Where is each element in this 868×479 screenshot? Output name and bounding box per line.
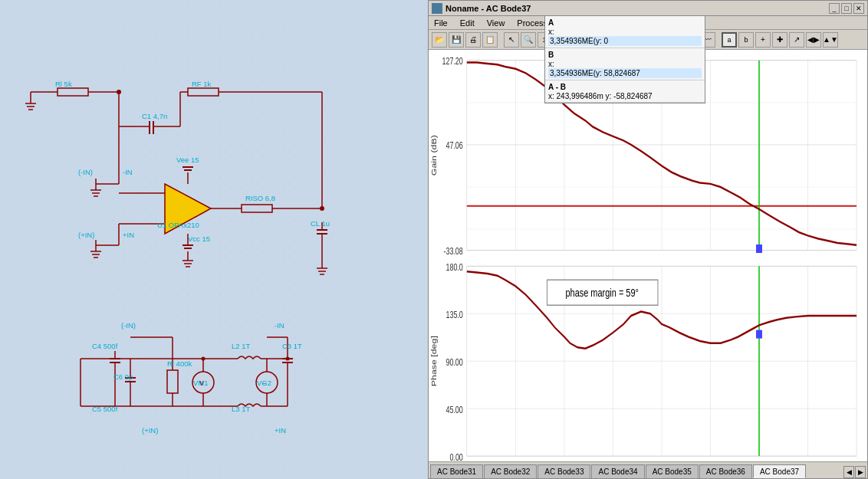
window-title: Noname - AC Bode37 — [446, 4, 531, 13]
cursor-b-x-input[interactable] — [548, 68, 702, 78]
svg-text:phase margin = 59°: phase margin = 59° — [565, 286, 638, 299]
tab-ac-bode36[interactable]: AC Bode36 — [699, 464, 752, 478]
svg-text:C3 1T: C3 1T — [282, 342, 302, 350]
svg-text:-IN: -IN — [275, 321, 284, 330]
cursor-b-label: B — [548, 51, 554, 59]
cursor-a-label: A — [548, 18, 554, 27]
tb-hleft[interactable]: ◀▶ — [806, 32, 821, 48]
svg-text:VM1: VM1 — [193, 379, 209, 387]
svg-text:L2 1T: L2 1T — [232, 342, 250, 350]
cursor-a-x-input[interactable] — [548, 36, 702, 46]
cursor-diff-label: A - B — [548, 83, 566, 91]
maximize-button[interactable]: □ — [841, 3, 852, 14]
svg-text:(-IN): (-IN) — [78, 168, 93, 176]
minimize-button[interactable]: _ — [829, 3, 840, 14]
svg-text:90.00: 90.00 — [446, 356, 462, 367]
tb-select[interactable]: ↖ — [504, 32, 519, 48]
svg-text:CL 1u: CL 1u — [311, 219, 330, 228]
tb-b[interactable]: b — [738, 32, 754, 48]
title-bar: Noname - AC Bode37 _ □ ✕ — [429, 1, 867, 16]
svg-rect-1 — [0, 0, 429, 479]
tab-ac-bode33[interactable]: AC Bode33 — [538, 464, 590, 478]
menu-view[interactable]: View — [485, 18, 508, 28]
tb-add[interactable]: + — [755, 32, 771, 48]
svg-text:(+IN): (+IN) — [142, 426, 158, 435]
cursor-diff-value: x: 243,996486m y: -58,824687 — [548, 92, 653, 100]
svg-text:Vee 15: Vee 15 — [176, 156, 199, 164]
schematic-svg: Rl 5k RF 1k C1 4,7n Vee 15 (-IN) -IN (+I… — [0, 0, 429, 479]
svg-text:47.06: 47.06 — [446, 140, 462, 151]
app-icon — [432, 3, 442, 14]
menu-file[interactable]: File — [432, 18, 450, 28]
tab-ac-bode31[interactable]: AC Bode31 — [430, 464, 483, 478]
tab-bar: AC Bode31 AC Bode32 AC Bode33 AC Bode34 … — [429, 461, 867, 478]
svg-text:C4 500f: C4 500f — [92, 342, 118, 350]
tb-open[interactable]: 📂 — [432, 32, 447, 48]
svg-text:+IN: +IN — [123, 231, 134, 239]
cursor-a-row: A x: — [545, 16, 705, 48]
cursor-b-x-label: x: — [548, 60, 554, 68]
svg-text:(+IN): (+IN) — [78, 231, 94, 239]
plot-area[interactable]: 127.20 47.06 -33.08 Gain (dB) — [429, 50, 867, 461]
close-button[interactable]: ✕ — [853, 3, 864, 14]
svg-text:(-IN): (-IN) — [121, 321, 136, 330]
tab-scroll-left[interactable]: ◀ — [843, 466, 854, 478]
svg-text:C5 500f: C5 500f — [92, 405, 118, 413]
svg-text:C6 9p: C6 9p — [113, 372, 133, 381]
svg-text:+IN: +IN — [275, 426, 286, 435]
svg-text:Rl 5k: Rl 5k — [55, 80, 72, 88]
cursor-a-x-label: x: — [548, 28, 554, 36]
window-controls: _ □ ✕ — [829, 3, 864, 14]
tb-arrow[interactable]: ↗ — [789, 32, 804, 48]
tb-a[interactable]: a — [722, 32, 737, 48]
menu-edit[interactable]: Edit — [458, 18, 477, 28]
tab-ac-bode34[interactable]: AC Bode34 — [591, 464, 644, 478]
svg-text:RISO 6,8: RISO 6,8 — [245, 194, 275, 202]
tb-save[interactable]: 💾 — [449, 32, 464, 48]
tab-ac-bode35[interactable]: AC Bode35 — [646, 464, 699, 478]
svg-text:Gain (dB): Gain (dB) — [430, 135, 438, 176]
cursor-panel: A x: B x: A - B x: 243,996486m y: -58,82… — [544, 15, 705, 103]
bode-svg: 127.20 47.06 -33.08 Gain (dB) — [429, 50, 867, 461]
tb-cross[interactable]: ✚ — [772, 32, 787, 48]
svg-text:Vcc 15: Vcc 15 — [188, 235, 210, 243]
svg-point-109 — [202, 357, 205, 361]
tb-copy[interactable]: 📋 — [482, 32, 498, 48]
svg-text:RF 1k: RF 1k — [192, 80, 212, 88]
svg-text:45.00: 45.00 — [446, 404, 462, 415]
svg-text:L3 1T: L3 1T — [232, 405, 250, 413]
cursor-diff-row: A - B x: 243,996486m y: -58,824687 — [545, 80, 705, 103]
tb-vud[interactable]: ▲▼ — [823, 32, 838, 48]
svg-point-108 — [286, 357, 290, 361]
svg-text:-IN: -IN — [123, 168, 133, 176]
svg-text:0.00: 0.00 — [449, 451, 462, 461]
svg-text:U1 OPAx210: U1 OPAx210 — [157, 221, 199, 229]
svg-text:135.0: 135.0 — [446, 309, 462, 320]
svg-rect-148 — [757, 245, 762, 253]
svg-text:180.0: 180.0 — [446, 261, 462, 272]
window-title-text: Noname - AC Bode37 — [432, 3, 531, 14]
tab-scroll-right[interactable]: ▶ — [855, 466, 866, 478]
svg-text:Phase [deg]: Phase [deg] — [430, 336, 438, 386]
tab-ac-bode37[interactable]: AC Bode37 — [753, 464, 806, 478]
svg-text:-33.08: -33.08 — [443, 246, 462, 257]
svg-text:C1 4,7n: C1 4,7n — [142, 112, 167, 120]
cursor-b-row: B x: — [545, 48, 705, 80]
svg-text:Rl 400k: Rl 400k — [167, 359, 192, 368]
tb-zoom[interactable]: 🔍 — [521, 32, 536, 48]
svg-text:VG2: VG2 — [257, 379, 271, 387]
svg-text:127.20: 127.20 — [442, 56, 462, 67]
tab-ac-bode32[interactable]: AC Bode32 — [484, 464, 537, 478]
tab-scroll-controls: ◀ ▶ — [843, 466, 866, 478]
tb-print[interactable]: 🖨 — [465, 32, 481, 48]
schematic-area: Rl 5k RF 1k C1 4,7n Vee 15 (-IN) -IN (+I… — [0, 0, 429, 479]
svg-rect-169 — [757, 330, 762, 338]
